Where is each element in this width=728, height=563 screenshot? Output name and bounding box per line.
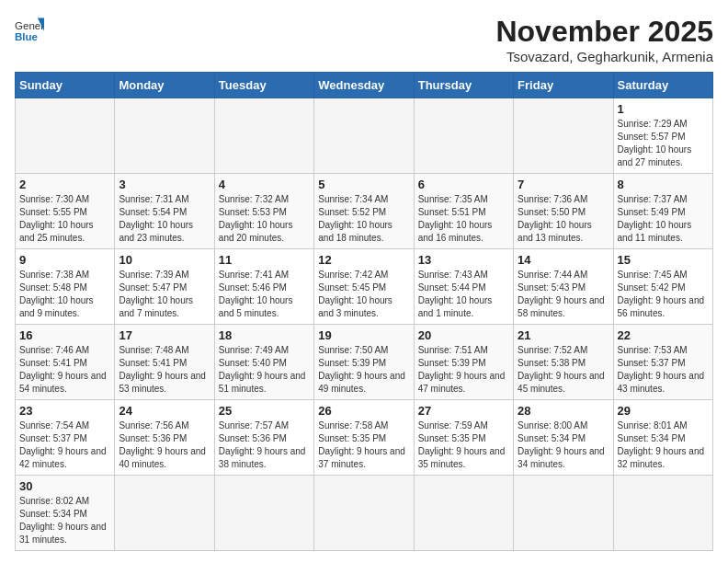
weekday-header-wednesday: Wednesday <box>314 73 414 98</box>
day-info: Sunrise: 7:45 AM Sunset: 5:42 PM Dayligh… <box>618 269 709 320</box>
calendar-cell: 4Sunrise: 7:32 AM Sunset: 5:53 PM Daylig… <box>214 174 313 249</box>
calendar-cell: 6Sunrise: 7:35 AM Sunset: 5:51 PM Daylig… <box>414 174 513 249</box>
day-number: 2 <box>19 178 110 191</box>
day-info: Sunrise: 7:42 AM Sunset: 5:45 PM Dayligh… <box>318 269 409 320</box>
calendar-week-row: 16Sunrise: 7:46 AM Sunset: 5:41 PM Dayli… <box>16 325 713 400</box>
weekday-header-tuesday: Tuesday <box>214 73 313 98</box>
calendar-cell: 24Sunrise: 7:56 AM Sunset: 5:36 PM Dayli… <box>115 400 214 476</box>
day-number: 21 <box>518 328 609 342</box>
day-number: 1 <box>618 102 709 116</box>
location-label: Tsovazard, Gegharkunik, Armenia <box>495 49 713 64</box>
day-number: 18 <box>219 328 310 342</box>
calendar-week-row: 30Sunrise: 8:02 AM Sunset: 5:34 PM Dayli… <box>16 476 713 551</box>
calendar-cell: 23Sunrise: 7:54 AM Sunset: 5:37 PM Dayli… <box>16 400 115 476</box>
calendar-cell <box>16 98 115 174</box>
day-number: 10 <box>119 253 210 267</box>
day-info: Sunrise: 7:54 AM Sunset: 5:37 PM Dayligh… <box>19 419 110 471</box>
calendar-cell: 11Sunrise: 7:41 AM Sunset: 5:46 PM Dayli… <box>214 249 313 325</box>
calendar-cell <box>514 98 613 174</box>
day-info: Sunrise: 7:39 AM Sunset: 5:47 PM Dayligh… <box>119 269 210 320</box>
title-block: November 2025 Tsovazard, Gegharkunik, Ar… <box>495 15 713 64</box>
day-info: Sunrise: 7:43 AM Sunset: 5:44 PM Dayligh… <box>418 269 509 320</box>
calendar-cell: 9Sunrise: 7:38 AM Sunset: 5:48 PM Daylig… <box>16 249 115 325</box>
calendar-cell: 29Sunrise: 8:01 AM Sunset: 5:34 PM Dayli… <box>613 400 712 476</box>
day-number: 26 <box>318 404 409 418</box>
calendar-cell: 5Sunrise: 7:34 AM Sunset: 5:52 PM Daylig… <box>314 174 414 249</box>
calendar-cell <box>414 476 513 551</box>
calendar-cell <box>214 476 313 551</box>
calendar-week-row: 23Sunrise: 7:54 AM Sunset: 5:37 PM Dayli… <box>16 400 713 476</box>
calendar-cell: 10Sunrise: 7:39 AM Sunset: 5:47 PM Dayli… <box>115 249 214 325</box>
day-info: Sunrise: 7:57 AM Sunset: 5:36 PM Dayligh… <box>219 419 310 471</box>
day-number: 9 <box>19 253 110 267</box>
day-info: Sunrise: 7:46 AM Sunset: 5:41 PM Dayligh… <box>19 344 110 396</box>
calendar-week-row: 2Sunrise: 7:30 AM Sunset: 5:55 PM Daylig… <box>16 174 713 249</box>
calendar-cell <box>314 476 414 551</box>
day-number: 19 <box>318 328 409 342</box>
day-info: Sunrise: 7:37 AM Sunset: 5:49 PM Dayligh… <box>618 193 709 245</box>
calendar-cell: 28Sunrise: 8:00 AM Sunset: 5:34 PM Dayli… <box>514 400 613 476</box>
day-number: 16 <box>19 328 110 342</box>
calendar-cell <box>115 98 214 174</box>
day-number: 30 <box>19 479 110 493</box>
calendar-cell: 27Sunrise: 7:59 AM Sunset: 5:35 PM Dayli… <box>414 400 513 476</box>
day-info: Sunrise: 7:59 AM Sunset: 5:35 PM Dayligh… <box>418 419 509 471</box>
day-info: Sunrise: 8:00 AM Sunset: 5:34 PM Dayligh… <box>518 419 609 471</box>
calendar-cell: 8Sunrise: 7:37 AM Sunset: 5:49 PM Daylig… <box>613 174 712 249</box>
calendar-cell: 19Sunrise: 7:50 AM Sunset: 5:39 PM Dayli… <box>314 325 414 400</box>
calendar-cell <box>414 98 513 174</box>
calendar-cell: 17Sunrise: 7:48 AM Sunset: 5:41 PM Dayli… <box>115 325 214 400</box>
weekday-header-row: SundayMondayTuesdayWednesdayThursdayFrid… <box>16 73 713 98</box>
day-info: Sunrise: 7:50 AM Sunset: 5:39 PM Dayligh… <box>318 344 409 396</box>
day-number: 14 <box>518 253 609 267</box>
day-info: Sunrise: 7:52 AM Sunset: 5:38 PM Dayligh… <box>518 344 609 396</box>
day-info: Sunrise: 7:58 AM Sunset: 5:35 PM Dayligh… <box>318 419 409 471</box>
day-info: Sunrise: 7:32 AM Sunset: 5:53 PM Dayligh… <box>219 193 310 245</box>
calendar-cell: 7Sunrise: 7:36 AM Sunset: 5:50 PM Daylig… <box>514 174 613 249</box>
calendar-cell: 2Sunrise: 7:30 AM Sunset: 5:55 PM Daylig… <box>16 174 115 249</box>
logo: General Blue <box>15 15 44 44</box>
calendar-cell: 15Sunrise: 7:45 AM Sunset: 5:42 PM Dayli… <box>613 249 712 325</box>
calendar-cell: 22Sunrise: 7:53 AM Sunset: 5:37 PM Dayli… <box>613 325 712 400</box>
generalblue-logo-icon: General Blue <box>15 15 44 44</box>
day-number: 6 <box>418 178 509 191</box>
weekday-header-monday: Monday <box>115 73 214 98</box>
calendar-table: SundayMondayTuesdayWednesdayThursdayFrid… <box>15 72 713 551</box>
calendar-cell: 30Sunrise: 8:02 AM Sunset: 5:34 PM Dayli… <box>16 476 115 551</box>
day-number: 5 <box>318 178 409 191</box>
calendar-week-row: 9Sunrise: 7:38 AM Sunset: 5:48 PM Daylig… <box>16 249 713 325</box>
calendar-cell: 20Sunrise: 7:51 AM Sunset: 5:39 PM Dayli… <box>414 325 513 400</box>
day-info: Sunrise: 7:41 AM Sunset: 5:46 PM Dayligh… <box>219 269 310 320</box>
day-info: Sunrise: 7:36 AM Sunset: 5:50 PM Dayligh… <box>518 193 609 245</box>
month-title: November 2025 <box>495 15 713 49</box>
weekday-header-friday: Friday <box>514 73 613 98</box>
calendar-cell: 14Sunrise: 7:44 AM Sunset: 5:43 PM Dayli… <box>514 249 613 325</box>
day-number: 24 <box>119 404 210 418</box>
day-info: Sunrise: 7:35 AM Sunset: 5:51 PM Dayligh… <box>418 193 509 245</box>
calendar-cell <box>214 98 313 174</box>
day-number: 8 <box>618 178 709 191</box>
calendar-cell: 12Sunrise: 7:42 AM Sunset: 5:45 PM Dayli… <box>314 249 414 325</box>
page-header: General Blue November 2025 Tsovazard, Ge… <box>15 15 713 64</box>
day-info: Sunrise: 7:34 AM Sunset: 5:52 PM Dayligh… <box>318 193 409 245</box>
day-number: 13 <box>418 253 509 267</box>
day-number: 15 <box>618 253 709 267</box>
day-number: 25 <box>219 404 310 418</box>
calendar-cell: 26Sunrise: 7:58 AM Sunset: 5:35 PM Dayli… <box>314 400 414 476</box>
calendar-cell <box>613 476 712 551</box>
calendar-cell: 13Sunrise: 7:43 AM Sunset: 5:44 PM Dayli… <box>414 249 513 325</box>
svg-text:Blue: Blue <box>15 31 39 42</box>
day-number: 22 <box>618 328 709 342</box>
day-info: Sunrise: 7:51 AM Sunset: 5:39 PM Dayligh… <box>418 344 509 396</box>
day-info: Sunrise: 7:44 AM Sunset: 5:43 PM Dayligh… <box>518 269 609 320</box>
day-info: Sunrise: 7:29 AM Sunset: 5:57 PM Dayligh… <box>618 118 709 169</box>
calendar-cell <box>514 476 613 551</box>
calendar-cell: 3Sunrise: 7:31 AM Sunset: 5:54 PM Daylig… <box>115 174 214 249</box>
day-info: Sunrise: 7:48 AM Sunset: 5:41 PM Dayligh… <box>119 344 210 396</box>
calendar-cell <box>115 476 214 551</box>
day-number: 17 <box>119 328 210 342</box>
day-info: Sunrise: 7:49 AM Sunset: 5:40 PM Dayligh… <box>219 344 310 396</box>
calendar-cell: 25Sunrise: 7:57 AM Sunset: 5:36 PM Dayli… <box>214 400 313 476</box>
calendar-cell: 1Sunrise: 7:29 AM Sunset: 5:57 PM Daylig… <box>613 98 712 174</box>
day-info: Sunrise: 7:53 AM Sunset: 5:37 PM Dayligh… <box>618 344 709 396</box>
